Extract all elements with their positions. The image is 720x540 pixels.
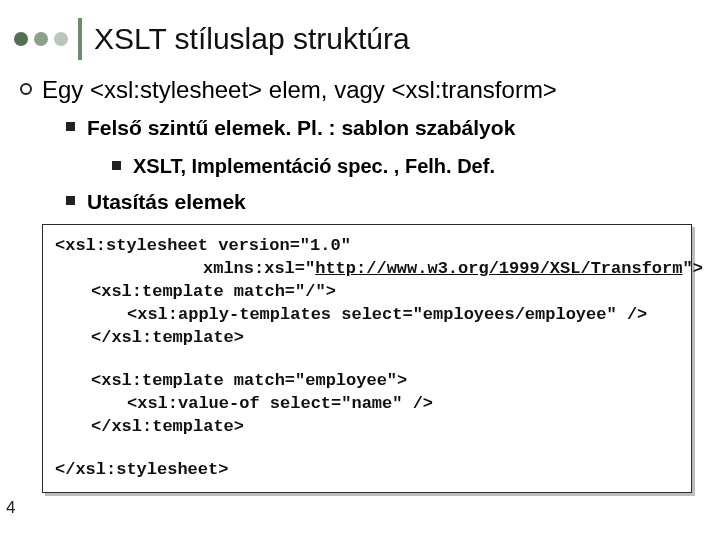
- code-url: http://www.w3.org/1999/XSL/Transform: [315, 259, 682, 278]
- code-text: xmlns:xsl=": [203, 259, 315, 278]
- bullet-text: XSLT, Implementáció spec. , Felh. Def.: [133, 153, 495, 180]
- dot-icon: [34, 32, 48, 46]
- bullet-text: Utasítás elemek: [87, 188, 246, 216]
- square-bullet-icon: [66, 122, 75, 131]
- bullet-text: Felső szintű elemek. Pl. : sablon szabál…: [87, 114, 515, 142]
- circle-bullet-icon: [20, 83, 32, 95]
- dot-icon: [54, 32, 68, 46]
- code-block: <xsl:stylesheet version="1.0" xmlns:xsl=…: [42, 224, 692, 492]
- code-line: </xsl:template>: [55, 416, 679, 439]
- code-text: ">: [682, 259, 702, 278]
- divider-icon: [78, 18, 82, 60]
- square-bullet-icon: [66, 196, 75, 205]
- code-line: <xsl:template match="/">: [55, 281, 679, 304]
- slide-header: XSLT stíluslap struktúra: [0, 0, 720, 70]
- bullet-level2: Felső szintű elemek. Pl. : sablon szabál…: [66, 114, 704, 142]
- code-line: <xsl:apply-templates select="employees/e…: [55, 304, 679, 327]
- bullet-level3: XSLT, Implementáció spec. , Felh. Def.: [112, 153, 704, 180]
- code-line: xmlns:xsl="http://www.w3.org/1999/XSL/Tr…: [55, 258, 679, 281]
- code-line: </xsl:stylesheet>: [55, 460, 228, 479]
- code-group: </xsl:stylesheet>: [55, 459, 679, 482]
- code-line: <xsl:template match="employee">: [55, 370, 679, 393]
- slide-content: Egy <xsl:stylesheet> elem, vagy <xsl:tra…: [0, 70, 720, 493]
- bullet-level1: Egy <xsl:stylesheet> elem, vagy <xsl:tra…: [20, 74, 704, 106]
- code-line: </xsl:template>: [55, 327, 679, 350]
- code-group: <xsl:template match="employee"> <xsl:val…: [55, 370, 679, 439]
- bullet-text: Egy <xsl:stylesheet> elem, vagy <xsl:tra…: [42, 74, 557, 106]
- code-line: <xsl:value-of select="name" />: [55, 393, 679, 416]
- bullet-level2: Utasítás elemek: [66, 188, 704, 216]
- square-bullet-icon: [112, 161, 121, 170]
- decor-dots: [14, 32, 68, 46]
- dot-icon: [14, 32, 28, 46]
- code-group: <xsl:stylesheet version="1.0" xmlns:xsl=…: [55, 235, 679, 350]
- code-line: <xsl:stylesheet version="1.0": [55, 236, 351, 255]
- slide-number: 4: [6, 498, 15, 518]
- page-title: XSLT stíluslap struktúra: [94, 22, 410, 56]
